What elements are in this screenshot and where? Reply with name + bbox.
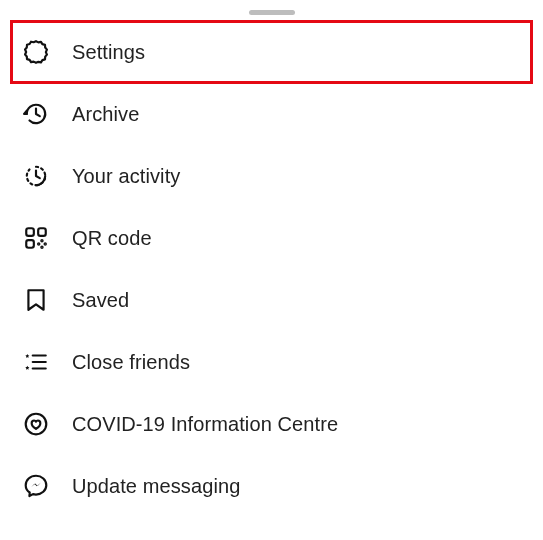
svg-rect-2: [26, 240, 34, 248]
menu-item-saved[interactable]: Saved: [0, 269, 543, 331]
archive-icon: [22, 100, 50, 128]
menu-item-label: Your activity: [72, 165, 180, 188]
menu-item-label: QR code: [72, 227, 152, 250]
svg-rect-0: [26, 228, 34, 236]
menu-item-label: Update messaging: [72, 475, 240, 498]
menu-item-archive[interactable]: Archive: [0, 83, 543, 145]
svg-point-3: [41, 240, 42, 241]
close-friends-icon: [22, 348, 50, 376]
menu-item-label: Settings: [72, 41, 145, 64]
menu-item-label: Archive: [72, 103, 139, 126]
svg-point-4: [38, 243, 39, 244]
activity-icon: [22, 162, 50, 190]
bottom-sheet: Settings Archive Your activity: [0, 0, 543, 540]
bookmark-icon: [22, 286, 50, 314]
messenger-icon: [22, 472, 50, 500]
settings-icon: [22, 38, 50, 66]
svg-rect-1: [38, 228, 46, 236]
menu-item-label: Saved: [72, 289, 129, 312]
menu-item-label: COVID-19 Information Centre: [72, 413, 338, 436]
sheet-grabber[interactable]: [249, 10, 295, 15]
menu-item-label: Close friends: [72, 351, 190, 374]
menu-item-qr-code[interactable]: QR code: [0, 207, 543, 269]
svg-point-6: [41, 247, 42, 248]
heart-circle-icon: [22, 410, 50, 438]
menu-item-settings[interactable]: Settings: [0, 21, 543, 83]
menu-item-covid-info[interactable]: COVID-19 Information Centre: [0, 393, 543, 455]
menu-item-your-activity[interactable]: Your activity: [0, 145, 543, 207]
menu-item-update-messaging[interactable]: Update messaging: [0, 455, 543, 517]
svg-point-10: [26, 414, 47, 435]
qr-code-icon: [22, 224, 50, 252]
menu-item-close-friends[interactable]: Close friends: [0, 331, 543, 393]
profile-menu: Settings Archive Your activity: [0, 21, 543, 517]
svg-point-5: [45, 243, 46, 244]
